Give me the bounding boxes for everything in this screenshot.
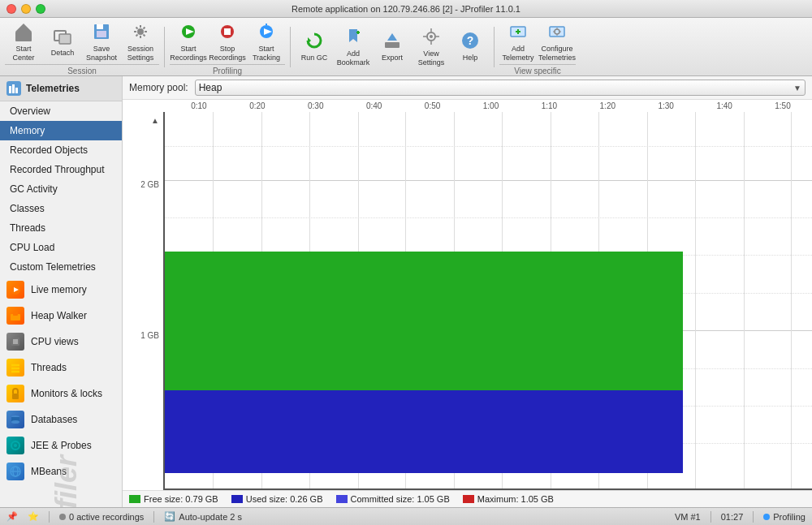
session-settings-icon [129,20,152,43]
sidebar-subsection-databases[interactable]: Databases [0,407,122,432]
pin-icon: 📌 [6,511,18,522]
close-button[interactable] [6,4,16,14]
profiling-text: Profiling [773,512,806,522]
sidebar-subsection-heap-walker[interactable]: Heap Walker [0,303,122,329]
sidebar-item-recorded-objects[interactable]: Recorded Objects [0,140,122,160]
add-bookmark-icon [342,25,365,48]
detach-icon [51,24,74,47]
legend-free-label: Free size: 0.79 GB [144,494,218,504]
sidebar-subsection-jee-probes[interactable]: JEE & Probes [0,432,122,458]
chart-x-axis: 0:10 0:20 0:30 0:40 0:50 1:00 1:10 1:20 … [163,100,812,112]
add-telemetry-label: AddTelemetry [502,45,533,62]
x-tick-2: 0:30 [287,101,345,110]
maximize-button[interactable] [36,4,45,14]
status-time: 01:27 [721,512,744,522]
configure-telemetries-button[interactable]: ConfigureTelemetries [538,18,576,63]
view-specific-group-label: View specific [499,64,576,75]
x-ticks-row: 0:10 0:20 0:30 0:40 0:50 1:00 1:10 1:20 … [170,101,812,110]
legend-free-color [129,495,140,503]
svg-rect-18 [385,42,400,48]
svg-point-7 [137,28,144,35]
x-tick-9: 1:40 [695,101,754,110]
profiling-dot [763,514,770,520]
view-settings-button[interactable]: ViewSettings [412,23,450,68]
toolbar-sep-2 [290,27,291,67]
content-area: Memory pool: Heap ▼ 0:10 0:20 0:30 0:40 … [123,76,812,507]
detach-button[interactable]: Detach [44,18,81,63]
start-tracking-icon [255,20,278,43]
sidebar-subsection-threads[interactable]: Threads [0,355,122,381]
sidebar-item-classes[interactable]: Classes [0,199,122,218]
sidebar-item-threads[interactable]: Threads [0,218,122,238]
session-group-label: Session [5,64,159,75]
sidebar-item-overview[interactable]: Overview [0,101,122,121]
x-tick-3: 0:40 [345,101,404,110]
add-bookmark-button[interactable]: AddBookmark [335,23,372,68]
sidebar-item-cpu-load[interactable]: CPU Load [0,238,122,257]
svg-rect-30 [12,84,15,93]
recordings-dot [59,514,66,520]
toolbar-group-profiling: StartRecordings StopRecordings StartTrac… [170,18,285,76]
view-settings-icon [420,25,443,48]
memory-pool-value: Heap [199,82,222,93]
y-label-1gb: 1 GB [123,331,159,340]
sidebar-subsection-monitors-locks[interactable]: Monitors & locks [0,381,122,407]
detach-label: Detach [51,49,75,58]
memory-pool-select[interactable]: Heap ▼ [195,80,806,96]
save-snapshot-button[interactable]: SaveSnapshot [83,18,120,63]
status-autoupdate: 🔄 Auto-update 2 s [164,511,242,522]
export-button[interactable]: Export [374,23,411,68]
export-icon [381,29,404,52]
chart-bar-free [165,252,683,391]
svg-rect-3 [59,34,71,44]
toolbar-group-view-specific: AddTelemetry ConfigureTelemetries View s… [499,18,576,76]
time-text: 01:27 [721,512,744,522]
chart-y-axis: ▲ 2 GB 1 GB [123,112,163,490]
svg-point-21 [430,35,433,38]
tools-group-label [296,69,489,71]
sidebar-subsection-mbeans[interactable]: MBeans [0,458,122,484]
sidebar-subsection-live-memory[interactable]: Live memory [0,277,122,303]
stop-recordings-button[interactable]: StopRecordings [209,18,246,63]
vm-text: VM #1 [675,512,701,522]
svg-rect-5 [97,24,103,29]
x-tick-6: 1:10 [520,101,578,110]
autoupdate-text: Auto-update 2 s [179,512,242,522]
help-label: Help [463,54,478,62]
profiling-group-label: Profiling [170,64,285,75]
memory-pool-label: Memory pool: [129,82,188,93]
toolbar: StartCenter Detach SaveSnapshot SessionS… [0,18,812,76]
export-label: Export [382,54,403,62]
sidebar-item-memory[interactable]: Memory [0,121,122,140]
svg-point-46 [14,444,17,447]
sidebar-item-gc-activity[interactable]: GC Activity [0,179,122,199]
svg-point-44 [11,420,19,424]
svg-rect-6 [97,31,106,37]
svg-rect-41 [12,394,19,399]
sidebar-subsection-cpu-views[interactable]: CPU views [0,329,122,355]
sidebar-item-custom-telemetries[interactable]: Custom Telemetries [0,257,122,277]
add-telemetry-button[interactable]: AddTelemetry [499,18,537,63]
sidebar-section-telemetries[interactable]: Telemetries [0,76,122,101]
start-center-button[interactable]: StartCenter [5,18,42,63]
status-pin[interactable]: 📌 [6,511,18,522]
status-star[interactable]: ⭐ [28,511,39,522]
toolbar-profiling-items: StartRecordings StopRecordings StartTrac… [170,18,285,63]
sidebar-section-title: Telemetries [26,83,80,94]
minimize-button[interactable] [21,4,31,14]
sidebar-item-recorded-throughput[interactable]: Recorded Throughput [0,160,122,179]
start-tracking-button[interactable]: StartTracking [248,18,285,63]
run-gc-button[interactable]: Run GC [296,23,333,68]
svg-rect-0 [15,32,32,41]
status-vm: VM #1 [675,512,701,522]
telemetries-icon [6,81,21,96]
configure-telemetries-icon [546,20,568,43]
legend-maximum-label: Maximum: 1.05 GB [477,494,554,504]
live-memory-icon [6,281,24,299]
start-recordings-button[interactable]: StartRecordings [170,18,207,63]
session-settings-button[interactable]: SessionSettings [122,18,159,63]
toolbar-sep-3 [494,27,495,67]
save-snapshot-icon [90,20,113,43]
title-bar: Remote application on 120.79.246.86 [2] … [0,0,812,18]
help-button[interactable]: ? Help [451,23,489,68]
